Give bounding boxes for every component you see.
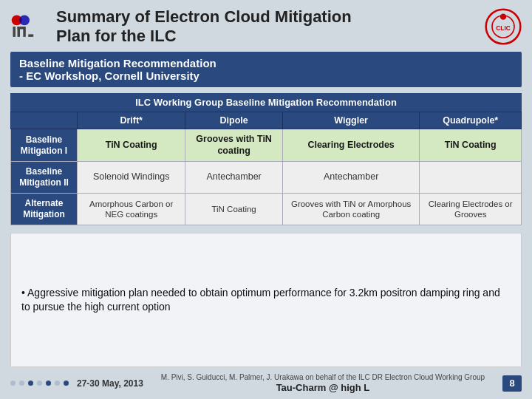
footer-page: 8 xyxy=(502,375,522,392)
row-label-3: Alternate Mitigation xyxy=(11,194,78,225)
col-header-dipole: Dipole xyxy=(185,112,283,129)
ilc-logo xyxy=(10,10,49,43)
cell-am-wiggler: Grooves with TiN or Amorphous Carbon coa… xyxy=(282,194,420,225)
clic-logo: CLIC xyxy=(485,8,522,45)
col-header-wiggler: Wiggler xyxy=(282,112,420,129)
dot xyxy=(10,381,16,386)
dot xyxy=(28,381,33,386)
cell-bm1-dipole: Grooves with TiN coating xyxy=(185,129,283,162)
cell-bm2-quad xyxy=(420,162,522,194)
footer-center: M. Pivi, S. Guiducci, M. Palmer, J. Urak… xyxy=(143,373,502,393)
row-label-2: Baseline Mitigation II xyxy=(11,162,78,194)
cell-am-drift: Amorphous Carbon or NEG coatings xyxy=(78,194,185,225)
col-header-empty xyxy=(11,112,78,129)
col-header-drift: Drift* xyxy=(78,112,185,129)
footer-dots-left: 27-30 May, 2013 xyxy=(10,378,143,389)
cell-am-dipole: TiN Coating xyxy=(185,194,283,225)
row-label-1: Baseline Mitigation I xyxy=(11,129,78,162)
cell-bm2-dipole: Antechamber xyxy=(185,162,283,194)
col-header-quadrupole: Quadrupole* xyxy=(420,112,522,129)
cell-bm2-wiggler: Antechamber xyxy=(282,162,420,194)
footer-date: 27-30 May, 2013 xyxy=(77,378,143,389)
mitigation-table: Drift* Dipole Wiggler Quadrupole* Baseli… xyxy=(10,112,522,225)
footer-citation: M. Pivi, S. Guiducci, M. Palmer, J. Urak… xyxy=(143,373,502,381)
dot xyxy=(64,381,69,386)
svg-rect-6 xyxy=(28,34,33,36)
baseline-banner: Baseline Mitigation Recommendation - EC … xyxy=(10,52,522,87)
svg-text:CLIC: CLIC xyxy=(496,24,510,32)
dot xyxy=(46,381,51,386)
dot xyxy=(55,381,60,386)
svg-rect-2 xyxy=(13,27,15,37)
table-section: ILC Working Group Baseline Mitigation Re… xyxy=(10,93,522,225)
header: Summary of Electron Cloud Mitigation Pla… xyxy=(10,7,522,46)
dot xyxy=(19,381,24,386)
table-row: Baseline Mitigation I TiN Coating Groove… xyxy=(11,129,522,162)
dot xyxy=(37,381,42,386)
table-row: Baseline Mitigation II Solenoid Windings… xyxy=(11,162,522,194)
cell-am-quad: Clearing Electrodes or Grooves xyxy=(420,194,522,225)
header-title: Summary of Electron Cloud Mitigation Pla… xyxy=(56,7,352,46)
cell-bm1-drift: TiN Coating xyxy=(78,129,185,162)
svg-point-1 xyxy=(19,15,30,25)
footer: 27-30 May, 2013 M. Pivi, S. Guiducci, M.… xyxy=(10,373,522,393)
cell-bm1-wiggler: Clearing Electrodes xyxy=(282,129,420,162)
svg-rect-5 xyxy=(23,27,25,37)
bullet-section: • Aggressive mitigation plan needed to o… xyxy=(10,233,522,367)
footer-conference: Tau-Charm @ high L xyxy=(143,382,502,393)
cell-bm1-quad: TiN Coating xyxy=(420,129,522,162)
table-row: Alternate Mitigation Amorphous Carbon or… xyxy=(11,194,522,225)
bullet-text: • Aggressive mitigation plan needed to o… xyxy=(21,286,511,315)
cell-bm2-drift: Solenoid Windings xyxy=(78,162,185,194)
header-left: Summary of Electron Cloud Mitigation Pla… xyxy=(10,7,352,46)
svg-point-9 xyxy=(500,14,506,20)
table-title: ILC Working Group Baseline Mitigation Re… xyxy=(10,93,522,112)
